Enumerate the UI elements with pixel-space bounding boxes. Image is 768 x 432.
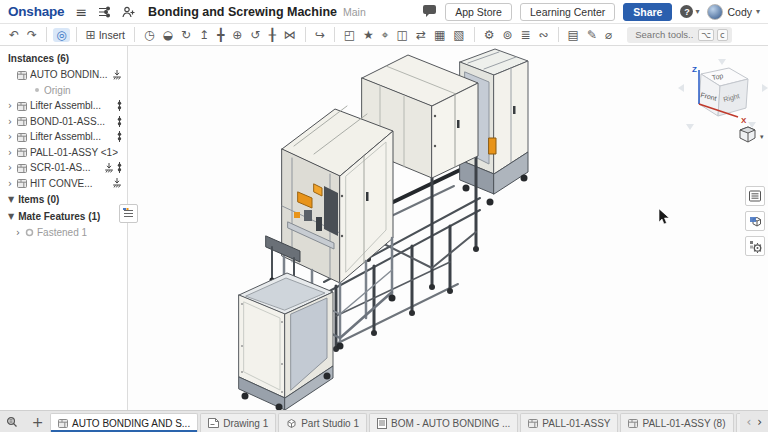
instance-label: AUTO BONDIN... bbox=[30, 69, 108, 80]
tab-auto-bonding-and-s[interactable]: AUTO BONDING AND S... bbox=[50, 413, 198, 432]
right-panel-buttons bbox=[745, 186, 765, 256]
share-button[interactable]: Share bbox=[623, 3, 672, 21]
undo-icon[interactable]: ↶ bbox=[6, 28, 22, 42]
belt-relation-icon[interactable]: ∾ bbox=[536, 28, 552, 42]
measure-icon[interactable]: ⌀ bbox=[602, 28, 615, 42]
user-menu[interactable]: Cody ▾ bbox=[707, 4, 760, 20]
display-states-icon[interactable]: ▤ bbox=[565, 28, 582, 42]
mate-icon[interactable]: ◷ bbox=[141, 28, 157, 42]
comments-icon[interactable] bbox=[422, 5, 437, 18]
chevron-down-icon: ▾ bbox=[695, 7, 699, 16]
search-tools-input[interactable] bbox=[633, 28, 695, 41]
assembly-3d-model[interactable] bbox=[128, 46, 768, 410]
instance-label: Origin bbox=[44, 85, 71, 96]
snap-mode-icon[interactable]: ↪ bbox=[312, 28, 328, 42]
app-header: Onshape ≡ Bonding and Screwing Machine M… bbox=[0, 0, 768, 24]
tab-pall-01-assy[interactable]: PALL-01-ASSY bbox=[520, 413, 618, 432]
instance-row[interactable]: ›PALL-01-ASSY <1> bbox=[0, 145, 127, 161]
search-tools-box[interactable]: ⌥ c bbox=[627, 27, 731, 43]
screw-relation-icon[interactable]: ≣ bbox=[517, 28, 533, 42]
named-positions-icon[interactable]: ★ bbox=[360, 28, 377, 42]
mate-badge-icon bbox=[117, 162, 122, 173]
items-header[interactable]: ▼ Items (0) bbox=[0, 191, 127, 208]
chevron-right-icon[interactable]: › bbox=[8, 162, 17, 173]
tab-drawing-1[interactable]: Drawing 1 bbox=[200, 413, 276, 432]
chevron-right-icon[interactable]: › bbox=[8, 131, 17, 142]
tangent-mate-icon[interactable]: ⋈ bbox=[281, 28, 299, 42]
mouse-cursor bbox=[659, 209, 669, 224]
assembly-icon bbox=[17, 101, 27, 111]
tab-pall-01-assy-8[interactable]: PALL-01-ASSY (8) bbox=[620, 413, 733, 432]
versions-icon[interactable] bbox=[98, 6, 111, 18]
select-parts-icon[interactable]: ⌖ bbox=[379, 28, 392, 42]
chevron-right-icon[interactable]: › bbox=[8, 116, 17, 127]
view-cube[interactable]: Top Front Right Z X ▾ bbox=[674, 58, 768, 154]
instance-row[interactable]: Origin bbox=[0, 83, 127, 99]
view-options-cube[interactable]: ▾ bbox=[740, 127, 764, 142]
chevron-down-icon: ▼ bbox=[8, 212, 14, 221]
mate-feature-row[interactable]: ›Fastened 1 bbox=[0, 225, 127, 241]
x-axis-label: X bbox=[741, 116, 747, 125]
tab-part-studio-1[interactable]: Part Studio 1 bbox=[278, 413, 367, 432]
instance-label: Fastened 1 bbox=[37, 227, 87, 238]
linear-pattern-icon[interactable]: ▦ bbox=[431, 28, 448, 42]
toolbar-divider bbox=[558, 27, 559, 42]
main-content: Instances (6) AUTO BONDIN...Origin›Lifte… bbox=[0, 46, 768, 410]
avatar bbox=[707, 4, 723, 20]
ball-mate-icon[interactable]: ◒ bbox=[159, 28, 175, 42]
learning-center-button[interactable]: Learning Center bbox=[520, 3, 615, 21]
instance-row[interactable]: ›BOND-01-ASS... bbox=[0, 114, 127, 130]
mate-features-header[interactable]: ▼ Mate Features (1) bbox=[0, 208, 127, 225]
cylindrical-mate-icon[interactable]: ⊕ bbox=[229, 28, 245, 42]
rack-relation-icon[interactable]: ⊚ bbox=[499, 28, 515, 42]
document-menu-icon[interactable]: ≡ bbox=[75, 5, 87, 19]
follow-user-icon[interactable] bbox=[122, 6, 135, 18]
instances-header[interactable]: Instances (6) bbox=[0, 50, 127, 67]
instance-row[interactable]: ›Lifter Assembl... bbox=[0, 98, 127, 114]
chevron-right-icon[interactable]: › bbox=[8, 100, 17, 111]
workspace-name[interactable]: Main bbox=[343, 6, 366, 18]
revolute-mate-icon[interactable]: ↻ bbox=[178, 28, 194, 42]
redo-icon[interactable]: ↷ bbox=[24, 28, 40, 42]
app-store-button[interactable]: App Store bbox=[445, 3, 512, 21]
instance-row[interactable]: AUTO BONDIN... bbox=[0, 67, 127, 83]
transform-icon[interactable]: ⇄ bbox=[413, 28, 429, 42]
bom-table-icon[interactable] bbox=[745, 186, 765, 206]
assembly-icon bbox=[628, 418, 638, 428]
planar-mate-icon[interactable]: ╋ bbox=[214, 28, 227, 42]
exploded-view-icon[interactable]: ◰ bbox=[341, 28, 358, 42]
fastened-mate-icon[interactable]: ╂ bbox=[265, 28, 278, 42]
toolbar-divider bbox=[46, 27, 47, 42]
instance-row[interactable]: ›Lifter Assembl... bbox=[0, 129, 127, 145]
gear-relation-icon[interactable]: ⚙ bbox=[481, 28, 498, 42]
instance-label: SCR-01-AS... bbox=[30, 162, 91, 173]
bom-icon bbox=[377, 418, 387, 429]
instance-row[interactable]: ›HIT CONVE... bbox=[0, 176, 127, 192]
tabs-scroll-right-icon[interactable]: › bbox=[757, 415, 762, 429]
tabs-scroll-left-icon[interactable]: ‹ bbox=[746, 415, 751, 429]
assembly-icon bbox=[17, 163, 27, 173]
help-menu[interactable]: ? ▾ bbox=[680, 5, 699, 18]
chevron-right-icon[interactable]: › bbox=[8, 178, 17, 189]
insert-icon[interactable]: ⊞Insert bbox=[83, 28, 128, 42]
user-name: Cody bbox=[727, 6, 752, 18]
mirror-icon[interactable]: ▧ bbox=[450, 28, 467, 42]
onshape-logo[interactable]: Onshape bbox=[8, 4, 64, 19]
configurations-panel-icon[interactable] bbox=[745, 236, 765, 256]
add-tab-button[interactable]: + bbox=[25, 411, 50, 432]
pin-slot-mate-icon[interactable]: ↺ bbox=[247, 28, 263, 42]
tab-bom-auto-bonding[interactable]: BOM - AUTO BONDING ... bbox=[369, 413, 518, 432]
graphics-area[interactable]: Top Front Right Z X ▾ bbox=[128, 46, 768, 410]
chevron-right-icon[interactable]: › bbox=[16, 227, 25, 238]
tab-label: PALL-01-ASSY (8) bbox=[642, 418, 725, 429]
instance-row[interactable]: ›SCR-01-AS... bbox=[0, 160, 127, 176]
orbit-icon[interactable]: ◎ bbox=[53, 28, 69, 42]
display-states-panel-icon[interactable] bbox=[745, 211, 765, 231]
group-icon[interactable]: ◫ bbox=[394, 28, 411, 42]
chevron-right-icon[interactable]: › bbox=[8, 147, 17, 158]
slider-mate-icon[interactable]: ↥ bbox=[196, 28, 212, 42]
structure-flyout-button[interactable] bbox=[119, 204, 138, 223]
toolbar-divider bbox=[474, 27, 475, 42]
edit-in-context-icon[interactable]: ✎ bbox=[584, 28, 600, 42]
manage-tabs-icon[interactable] bbox=[0, 411, 25, 432]
